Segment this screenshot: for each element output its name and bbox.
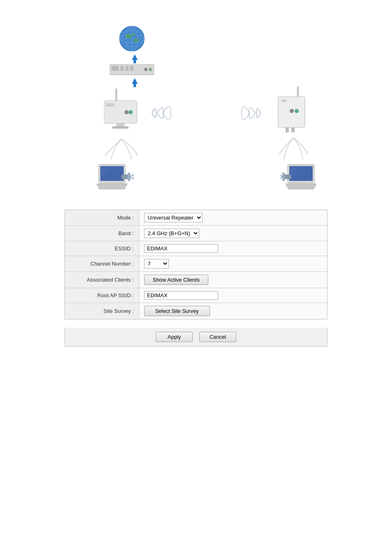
- svg-marker-9: [132, 54, 138, 60]
- signal-waves-left: [234, 102, 263, 126]
- band-select[interactable]: 2.4 GHz (B+G+N) 2.4 GHz (B+G) 2.4 GHz (N…: [144, 229, 199, 238]
- mode-select[interactable]: Universal Repeater AP Client WDS: [144, 213, 203, 222]
- client-left: [97, 162, 134, 194]
- ap-left-device: [104, 88, 145, 135]
- essid-value-cell: [139, 241, 327, 256]
- show-active-clients-button[interactable]: Show Active Clients: [144, 275, 208, 285]
- signal-waves-right: [150, 102, 179, 126]
- cancel-button[interactable]: Cancel: [199, 332, 236, 342]
- svg-point-23: [129, 110, 133, 114]
- svg-rect-19: [134, 83, 136, 87]
- apply-button[interactable]: Apply: [156, 332, 193, 342]
- site-survey-value-cell: Select Site Survey: [139, 303, 327, 319]
- associated-clients-label: Associated Clients :: [65, 272, 139, 288]
- svg-rect-26: [112, 126, 129, 129]
- page-wrapper: Mode : Universal Repeater AP Client WDS …: [0, 0, 392, 347]
- select-site-survey-button[interactable]: Select Site Survey: [144, 306, 210, 316]
- mode-label: Mode :: [65, 210, 139, 226]
- root-ap-ssid-input[interactable]: [144, 291, 218, 300]
- form-table: Mode : Universal Repeater AP Client WDS …: [65, 210, 327, 319]
- svg-point-16: [144, 68, 148, 71]
- network-diagram: [69, 25, 323, 197]
- svg-rect-15: [130, 66, 134, 71]
- associated-clients-value-cell: Show Active Clients: [139, 272, 327, 288]
- settings-form: Mode : Universal Repeater AP Client WDS …: [65, 210, 327, 319]
- site-survey-label: Site Survey :: [65, 303, 139, 319]
- associated-clients-row: Associated Clients : Show Active Clients: [65, 272, 327, 288]
- band-label: Band :: [65, 226, 139, 241]
- svg-rect-41: [282, 173, 285, 181]
- signal-waves-bottom-right: [275, 138, 312, 162]
- channel-value-cell: 1 2 3 4 5 6 7 8 9 10 11 12 13: [139, 256, 327, 272]
- svg-rect-25: [116, 123, 125, 126]
- svg-point-6: [125, 34, 132, 38]
- svg-rect-22: [106, 103, 114, 106]
- svg-rect-29: [281, 99, 286, 102]
- channel-row: Channel Number : 1 2 3 4 5 6 7 8 9 10 11: [65, 256, 327, 272]
- channel-label: Channel Number :: [65, 256, 139, 272]
- ap-right-device: [274, 86, 311, 137]
- arrow-up-globe: [131, 54, 138, 65]
- root-ap-ssid-label: Root AP SSID :: [65, 288, 139, 303]
- client-right: [280, 162, 317, 194]
- svg-marker-18: [132, 78, 138, 84]
- signal-waves-bottom-left: [101, 139, 142, 161]
- svg-point-31: [290, 109, 294, 113]
- svg-point-8: [132, 33, 135, 36]
- root-ap-ssid-value-cell: [139, 288, 327, 303]
- svg-point-24: [125, 110, 129, 114]
- globe-icon: [118, 25, 147, 53]
- svg-rect-10: [134, 60, 136, 63]
- svg-point-17: [149, 68, 152, 71]
- svg-rect-14: [125, 66, 129, 71]
- root-ap-ssid-row: Root AP SSID :: [65, 288, 327, 303]
- arrow-up-modem: [131, 78, 138, 88]
- svg-point-7: [134, 39, 138, 42]
- svg-rect-33: [291, 127, 295, 132]
- svg-point-30: [295, 109, 299, 113]
- action-buttons: Apply Cancel: [65, 328, 327, 347]
- svg-rect-12: [111, 66, 119, 71]
- svg-rect-37: [128, 173, 130, 181]
- essid-label: ESSID :: [65, 241, 139, 256]
- svg-rect-32: [286, 127, 289, 132]
- site-survey-row: Site Survey : Select Site Survey: [65, 303, 327, 319]
- band-value-cell: 2.4 GHz (B+G+N) 2.4 GHz (B+G) 2.4 GHz (N…: [139, 226, 327, 241]
- mode-row: Mode : Universal Repeater AP Client WDS: [65, 210, 327, 226]
- svg-rect-13: [120, 66, 124, 71]
- essid-input[interactable]: [144, 244, 218, 253]
- mode-value-cell: Universal Repeater AP Client WDS: [139, 210, 327, 226]
- modem-device: [110, 64, 154, 76]
- band-row: Band : 2.4 GHz (B+G+N) 2.4 GHz (B+G) 2.4…: [65, 226, 327, 241]
- essid-row: ESSID :: [65, 241, 327, 256]
- channel-select[interactable]: 1 2 3 4 5 6 7 8 9 10 11 12 13: [144, 259, 169, 268]
